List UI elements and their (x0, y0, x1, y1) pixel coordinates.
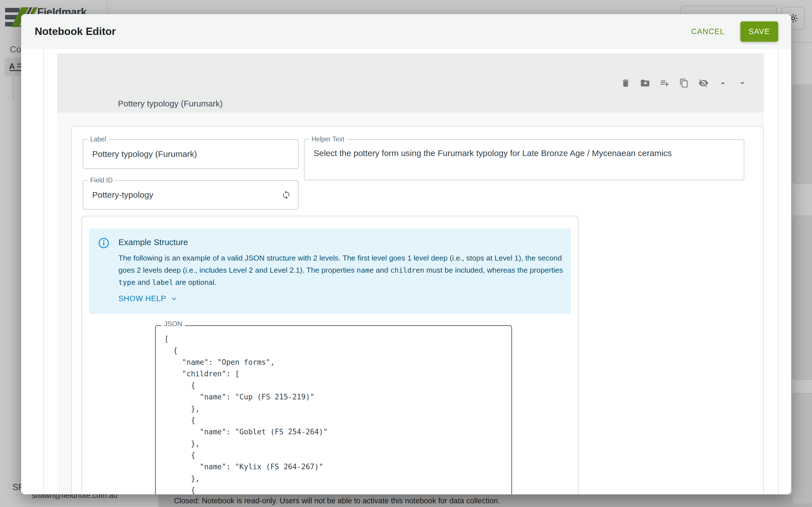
content-panel-border-left (43, 49, 44, 494)
cancel-button[interactable]: CANCEL (686, 24, 730, 39)
save-button[interactable]: SAVE (741, 21, 778, 42)
field-id-input[interactable]: Field ID Pottery-typology (83, 180, 299, 210)
dialog-title: Notebook Editor (35, 25, 116, 38)
move-down-button[interactable] (737, 78, 748, 88)
info-icon (98, 237, 109, 250)
helper-text-input-value: Select the pottery form using the Furuma… (313, 148, 735, 159)
field-toolbar (620, 53, 748, 113)
example-structure-title: Example Structure (118, 237, 188, 247)
sync-icon (282, 190, 291, 200)
show-help-button[interactable]: SHOW HELP (118, 294, 178, 303)
move-up-icon (718, 78, 728, 88)
field-accordion-header[interactable]: Pottery typology (Furumark) AdvancedSele… (57, 53, 764, 113)
content-panel-border-right (778, 49, 779, 494)
move-to-folder-icon (640, 78, 650, 88)
field-id-input-legend: Field ID (88, 177, 115, 184)
field-id-input-value: Pottery-typology (92, 190, 153, 200)
label-input-legend: Label (88, 135, 109, 143)
field-title: Pottery typology (Furumark) (118, 99, 223, 108)
add-condition-button[interactable] (659, 78, 670, 88)
move-field-button[interactable] (640, 78, 650, 88)
show-help-label: SHOW HELP (118, 294, 166, 303)
delete-icon (621, 78, 630, 88)
chevron-down-icon (170, 295, 178, 303)
example-structure-body: The following is an example of a valid J… (118, 252, 569, 288)
notebook-editor-dialog: Notebook Editor CANCEL SAVE Pottery typo… (21, 14, 791, 494)
copy-icon (679, 78, 689, 88)
delete-field-button[interactable] (620, 78, 631, 88)
helper-text-input[interactable]: Helper Text Select the pottery form usin… (304, 139, 744, 180)
label-input-value: Pottery typology (Furumark) (92, 149, 197, 159)
dialog-header: Notebook Editor CANCEL SAVE (21, 14, 791, 49)
example-structure-alert: Example Structure The following is an ex… (89, 228, 571, 314)
label-input[interactable]: Label Pottery typology (Furumark) (83, 139, 299, 169)
screen: Fieldmark Cor A SF shawn@fieldnote. (0, 0, 812, 507)
hide-field-button[interactable] (698, 78, 709, 88)
copy-field-button[interactable] (679, 78, 689, 88)
visibility-off-icon (698, 78, 709, 88)
regenerate-field-id-button[interactable] (281, 189, 292, 201)
playlist-add-icon (659, 78, 670, 88)
move-down-icon (738, 78, 747, 88)
json-field-legend: JSON (161, 320, 185, 328)
json-editor-content[interactable]: [ { "name": "Open forms", "children": [ … (164, 333, 327, 494)
move-up-button[interactable] (718, 78, 728, 88)
helper-text-input-legend: Helper Text (309, 135, 347, 143)
